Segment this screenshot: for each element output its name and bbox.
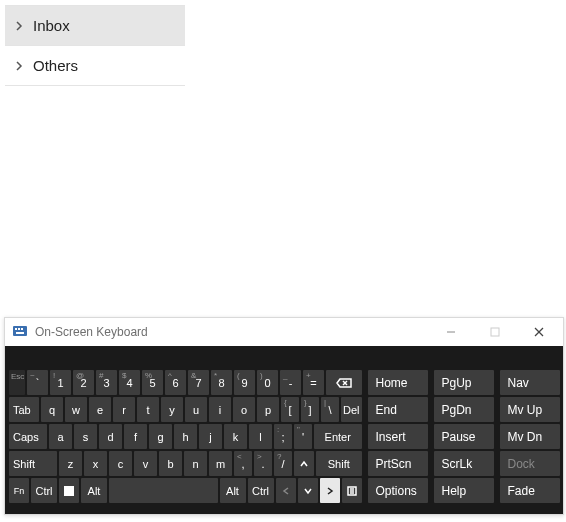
key-prtscn[interactable]: PrtScn	[368, 451, 428, 476]
key-equals[interactable]: +=	[303, 370, 324, 395]
key-0[interactable]: )0	[257, 370, 278, 395]
key-slash[interactable]: ?/	[274, 451, 292, 476]
key-j[interactable]: j	[199, 424, 222, 449]
key-t[interactable]: t	[137, 397, 159, 422]
key-ralt[interactable]: Alt	[220, 478, 246, 503]
key-semicolon[interactable]: :;	[274, 424, 292, 449]
key-3[interactable]: #3	[96, 370, 117, 395]
key-tab[interactable]: Tab	[9, 397, 39, 422]
key-dock[interactable]: Dock	[500, 451, 560, 476]
key-b[interactable]: b	[159, 451, 182, 476]
key-esc[interactable]: Esc	[9, 370, 25, 395]
key-y[interactable]: y	[161, 397, 183, 422]
key-e[interactable]: e	[89, 397, 111, 422]
minimize-button[interactable]	[433, 318, 469, 346]
key-n[interactable]: n	[184, 451, 207, 476]
folder-label: Inbox	[33, 17, 70, 34]
key-lalt[interactable]: Alt	[81, 478, 107, 503]
close-button[interactable]	[521, 318, 557, 346]
key-row-4: Shift z x c v b n m <, >. ?/ Shift	[9, 451, 362, 476]
folder-item-inbox[interactable]: Inbox	[5, 5, 185, 45]
key-7[interactable]: &7	[188, 370, 209, 395]
key-rshift[interactable]: Shift	[316, 451, 362, 476]
key-right-arrow[interactable]	[320, 478, 340, 503]
key-m[interactable]: m	[209, 451, 232, 476]
key-6[interactable]: ^6	[165, 370, 186, 395]
key-s[interactable]: s	[74, 424, 97, 449]
key-u[interactable]: u	[185, 397, 207, 422]
side-key-area: Home End Insert PrtScn Options PgUp PgDn…	[368, 370, 560, 510]
key-fade[interactable]: Fade	[500, 478, 560, 503]
key-help[interactable]: Help	[434, 478, 494, 503]
key-1[interactable]: !1	[50, 370, 71, 395]
key-mvup[interactable]: Mv Up	[500, 397, 560, 422]
key-h[interactable]: h	[174, 424, 197, 449]
key-menu[interactable]	[342, 478, 362, 503]
key-win[interactable]	[59, 478, 79, 503]
key-pause[interactable]: Pause	[434, 424, 494, 449]
key-lshift[interactable]: Shift	[9, 451, 57, 476]
key-v[interactable]: v	[134, 451, 157, 476]
key-o[interactable]: o	[233, 397, 255, 422]
key-up-arrow[interactable]	[294, 451, 314, 476]
key-caps[interactable]: Caps	[9, 424, 47, 449]
key-pgdn[interactable]: PgDn	[434, 397, 494, 422]
key-r[interactable]: r	[113, 397, 135, 422]
key-lctrl[interactable]: Ctrl	[31, 478, 57, 503]
key-q[interactable]: q	[41, 397, 63, 422]
key-minus[interactable]: _-	[280, 370, 301, 395]
key-d[interactable]: d	[99, 424, 122, 449]
key-5[interactable]: %5	[142, 370, 163, 395]
osk-title: On-Screen Keyboard	[35, 325, 148, 339]
key-i[interactable]: i	[209, 397, 231, 422]
key-z[interactable]: z	[59, 451, 82, 476]
key-k[interactable]: k	[224, 424, 247, 449]
key-lbracket[interactable]: {[	[281, 397, 299, 422]
svg-rect-1	[15, 328, 17, 330]
maximize-button[interactable]	[477, 318, 513, 346]
key-mvdn[interactable]: Mv Dn	[500, 424, 560, 449]
key-nav[interactable]: Nav	[500, 370, 560, 395]
key-home[interactable]: Home	[368, 370, 428, 395]
key-pgup[interactable]: PgUp	[434, 370, 494, 395]
key-backspace[interactable]	[326, 370, 362, 395]
key-end[interactable]: End	[368, 397, 428, 422]
key-options[interactable]: Options	[368, 478, 428, 503]
key-comma[interactable]: <,	[234, 451, 252, 476]
key-4[interactable]: $4	[119, 370, 140, 395]
keyboard-icon	[13, 325, 27, 339]
key-left-arrow[interactable]	[276, 478, 296, 503]
svg-rect-6	[491, 328, 499, 336]
svg-rect-13	[64, 491, 69, 496]
svg-rect-4	[16, 332, 24, 334]
key-8[interactable]: *8	[211, 370, 232, 395]
key-fn[interactable]: Fn	[9, 478, 29, 503]
key-c[interactable]: c	[109, 451, 132, 476]
key-rctrl[interactable]: Ctrl	[248, 478, 274, 503]
key-g[interactable]: g	[149, 424, 172, 449]
key-f[interactable]: f	[124, 424, 147, 449]
folder-item-others[interactable]: Others	[5, 45, 185, 85]
key-x[interactable]: x	[84, 451, 107, 476]
key-backslash[interactable]: |\	[321, 397, 339, 422]
key-enter[interactable]: Enter	[314, 424, 362, 449]
chevron-right-icon	[13, 20, 25, 32]
key-2[interactable]: @2	[73, 370, 94, 395]
key-scrlk[interactable]: ScrLk	[434, 451, 494, 476]
key-quote[interactable]: "'	[294, 424, 312, 449]
key-w[interactable]: w	[65, 397, 87, 422]
osk-header-spacer	[9, 350, 559, 370]
key-insert[interactable]: Insert	[368, 424, 428, 449]
key-p[interactable]: p	[257, 397, 279, 422]
key-del[interactable]: Del	[341, 397, 362, 422]
key-a[interactable]: a	[49, 424, 72, 449]
key-rbracket[interactable]: }]	[301, 397, 319, 422]
key-backtick[interactable]: ~`	[27, 370, 48, 395]
key-period[interactable]: >.	[254, 451, 272, 476]
osk-titlebar[interactable]: On-Screen Keyboard	[5, 318, 563, 346]
key-l[interactable]: l	[249, 424, 272, 449]
key-9[interactable]: (9	[234, 370, 255, 395]
key-space[interactable]	[109, 478, 218, 503]
key-down-arrow[interactable]	[298, 478, 318, 503]
onscreen-keyboard-window: On-Screen Keyboard Esc ~` !1 @2 #3 $4	[4, 317, 564, 515]
